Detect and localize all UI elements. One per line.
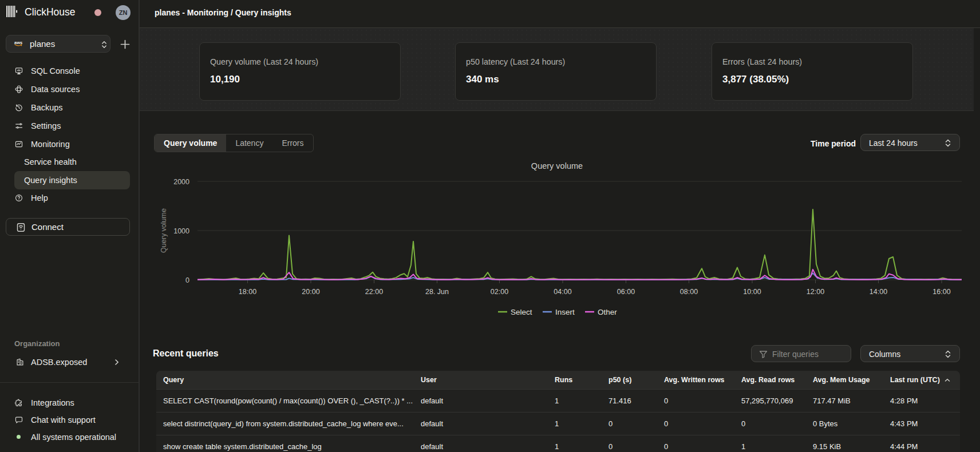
svg-text:2000: 2000 <box>173 178 189 186</box>
svg-text:14:00: 14:00 <box>870 288 887 296</box>
svg-text:12:00: 12:00 <box>807 288 824 296</box>
svg-text:0: 0 <box>185 276 189 284</box>
svg-text:28. Jun: 28. Jun <box>425 288 449 296</box>
svg-text:Insert: Insert <box>555 308 575 316</box>
svg-text:10:00: 10:00 <box>743 288 761 296</box>
svg-text:Query volume: Query volume <box>531 161 583 171</box>
svg-text:08:00: 08:00 <box>680 288 698 296</box>
svg-text:02:00: 02:00 <box>491 288 508 296</box>
svg-text:04:00: 04:00 <box>554 288 571 296</box>
svg-text:22:00: 22:00 <box>365 288 383 296</box>
svg-text:06:00: 06:00 <box>617 288 635 296</box>
svg-text:Other: Other <box>598 308 617 316</box>
svg-text:20:00: 20:00 <box>302 288 319 296</box>
svg-text:Select: Select <box>511 308 532 316</box>
svg-text:16:00: 16:00 <box>932 288 950 296</box>
svg-text:18:00: 18:00 <box>239 288 256 296</box>
svg-text:Query volume: Query volume <box>160 208 168 253</box>
svg-text:1000: 1000 <box>173 227 189 235</box>
